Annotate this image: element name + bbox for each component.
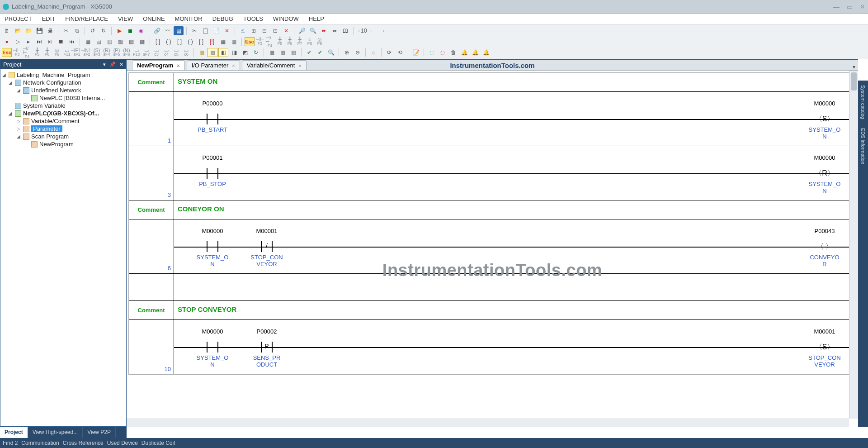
menu-edit[interactable]: EDIT bbox=[42, 15, 56, 22]
side-tab-eds[interactable]: EDS information bbox=[860, 128, 866, 164]
step7-icon[interactable]: ⏮ bbox=[67, 37, 77, 46]
contact[interactable]: M00000SYSTEM_O N bbox=[188, 343, 237, 352]
ring2-icon[interactable]: ◌ bbox=[438, 48, 448, 57]
delete-icon[interactable]: ✕ bbox=[222, 26, 232, 35]
sf5-key[interactable]: (P)sF5 bbox=[112, 47, 121, 58]
contact[interactable]: P00002PSENS_PR ODUCT bbox=[242, 343, 292, 352]
note-icon[interactable]: 📝 bbox=[411, 48, 421, 57]
step2-icon[interactable]: ▷ bbox=[13, 37, 23, 46]
copy-icon[interactable]: ⧉ bbox=[72, 26, 82, 35]
xref-icon[interactable]: ⇔ bbox=[330, 26, 340, 35]
ok2-icon[interactable]: ✔ bbox=[315, 48, 325, 57]
tab-close-icon[interactable]: × bbox=[232, 63, 235, 68]
grid5-icon[interactable]: ◩ bbox=[240, 48, 250, 57]
f6-key[interactable]: ╋F6 bbox=[285, 36, 294, 47]
tree-root[interactable]: ◢Labeling_Machine_Program bbox=[1, 71, 125, 79]
win3-icon[interactable]: ▥ bbox=[104, 37, 114, 46]
mag-icon[interactable]: 🔍 bbox=[326, 48, 336, 57]
brk6-icon[interactable]: [!] bbox=[207, 37, 217, 46]
contact[interactable]: P00000PB_START bbox=[188, 114, 237, 124]
clip2-icon[interactable]: 📄 bbox=[211, 26, 221, 35]
panel-tab-p2p[interactable]: View P2P bbox=[83, 427, 116, 438]
ring3-icon[interactable]: 🗑 bbox=[448, 48, 458, 57]
menu-find[interactable]: FIND/REPLACE bbox=[65, 15, 108, 22]
zoomout-icon[interactable]: ⊖ bbox=[353, 48, 363, 57]
win5-icon[interactable]: ▨ bbox=[126, 37, 136, 46]
find2-icon[interactable]: 🔍 bbox=[308, 26, 318, 35]
cut2-icon[interactable]: ✂ bbox=[189, 26, 199, 35]
bell3-icon[interactable]: 🔔 bbox=[481, 48, 491, 57]
tree-undefnet[interactable]: ◢Undefined Network bbox=[1, 86, 125, 94]
wand-icon[interactable]: ☼ bbox=[368, 48, 378, 57]
sf6-key[interactable]: (N)sF6 bbox=[122, 47, 131, 58]
coil[interactable]: M00001〈S〉STOP_CON VEYOR bbox=[800, 343, 849, 352]
brk2-icon[interactable]: ( ) bbox=[164, 37, 174, 46]
find3-icon[interactable]: 🕮 bbox=[340, 26, 350, 35]
run-icon[interactable]: ▶ bbox=[114, 26, 124, 35]
maximize-button[interactable]: ▭ bbox=[847, 3, 853, 10]
side-tab-catalog[interactable]: System catalog bbox=[860, 85, 866, 119]
status-dup[interactable]: Duplicate Coil bbox=[142, 440, 175, 446]
find-icon[interactable]: 🔎 bbox=[297, 26, 307, 35]
branch-icon[interactable]: ⎌ bbox=[238, 26, 248, 35]
table3-icon[interactable]: ▦ bbox=[288, 48, 298, 57]
ok-icon[interactable]: ✔ bbox=[304, 48, 314, 57]
tree-param[interactable]: ▷Parameter bbox=[1, 125, 125, 133]
step3-icon[interactable]: ▸ bbox=[24, 37, 33, 46]
menu-debug[interactable]: DEBUG bbox=[212, 15, 233, 22]
ladder-row[interactable] bbox=[129, 274, 854, 301]
tree-netcfg[interactable]: ◢Network Configuration bbox=[1, 79, 125, 86]
tree-prog[interactable]: NewProgram bbox=[1, 140, 125, 148]
sf1-key[interactable]: ⊣P⊢sF1 bbox=[72, 47, 81, 58]
ladder-row[interactable]: 3P00001PB_STOPM00000〈R〉SYSTEM_O N bbox=[129, 146, 854, 200]
tree-plc[interactable]: ◢NewPLC(XGB-XBCXS)-Of... bbox=[1, 110, 125, 117]
cut-icon[interactable]: ✂ bbox=[61, 26, 71, 35]
menu-monitor[interactable]: MONITOR bbox=[175, 15, 203, 22]
sf4-key[interactable]: (R)sF4 bbox=[102, 47, 111, 58]
minimize-button[interactable]: — bbox=[833, 3, 840, 10]
win4-icon[interactable]: ▧ bbox=[115, 37, 125, 46]
f9b-key[interactable]: ◎F9 bbox=[52, 47, 61, 58]
contact[interactable]: M00000SYSTEM_O N bbox=[188, 242, 237, 251]
step6-icon[interactable]: ⏹ bbox=[56, 37, 66, 46]
contact[interactable]: M00001/STOP_CON VEYOR bbox=[242, 242, 292, 251]
new-icon[interactable]: 🗎 bbox=[2, 26, 12, 35]
tab-dropdown-icon[interactable]: ▾ bbox=[853, 64, 855, 70]
ladder-row[interactable]: 1P00000PB_STARTM00000〈S〉SYSTEM_O N bbox=[129, 92, 854, 146]
f3b-key[interactable]: ⊣⊢F3 bbox=[13, 47, 22, 58]
refresh-icon[interactable]: ↻ bbox=[251, 48, 261, 57]
contact[interactable]: P00001PB_STOP bbox=[188, 169, 237, 178]
clip-icon[interactable]: 📋 bbox=[200, 26, 210, 35]
brk5-icon[interactable]: [ ] bbox=[196, 37, 206, 46]
net3-icon[interactable]: ⊡ bbox=[270, 26, 280, 35]
brk8-icon[interactable]: ▥ bbox=[229, 37, 239, 46]
sf2-key[interactable]: ⊣N⊢sF2 bbox=[82, 47, 91, 58]
status-find[interactable]: Find 2 bbox=[3, 440, 18, 446]
grid1-icon[interactable]: ▦ bbox=[197, 48, 207, 57]
status-used[interactable]: Used Device bbox=[107, 440, 138, 446]
zoomin-icon[interactable]: ⊕ bbox=[342, 48, 352, 57]
undo-icon[interactable]: ↺ bbox=[88, 26, 98, 35]
back-icon[interactable]: ← bbox=[367, 26, 377, 35]
c5-key[interactable]: ▭c5 bbox=[172, 47, 181, 58]
f7-key[interactable]: ╋F7 bbox=[295, 36, 304, 47]
brk4-icon[interactable]: ( ) bbox=[185, 37, 195, 46]
redo-icon[interactable]: ↻ bbox=[99, 26, 108, 35]
tab-close-icon[interactable]: × bbox=[298, 63, 301, 68]
connect-icon[interactable]: 🔗 bbox=[152, 26, 162, 35]
horizontal-scrollbar[interactable] bbox=[127, 419, 849, 427]
f5b-key[interactable]: ╋F5 bbox=[33, 47, 42, 58]
tree-varcom[interactable]: ▷Variable/Comment bbox=[1, 117, 125, 125]
status-comm[interactable]: Communication bbox=[21, 440, 59, 446]
f5-key[interactable]: ╋F5 bbox=[275, 36, 284, 47]
ladder-scroll-area[interactable]: CommentSYSTEM ON1P00000PB_STARTM00000〈S〉… bbox=[127, 71, 858, 427]
ring1-icon[interactable]: ◌ bbox=[427, 48, 437, 57]
step5-icon[interactable]: ⏯ bbox=[45, 37, 55, 46]
panel-close-icon[interactable]: ✕ bbox=[119, 62, 123, 67]
fwd-icon[interactable]: → bbox=[378, 26, 388, 35]
step4-icon[interactable]: ⏭ bbox=[34, 37, 44, 46]
step-icon[interactable]: →10 bbox=[356, 26, 366, 35]
sf3-key[interactable]: (S)sF3 bbox=[92, 47, 101, 58]
ladder-row[interactable]: 6M00000SYSTEM_O NM00001/STOP_CON VEYORP0… bbox=[129, 219, 854, 274]
panel-tab-highspeed[interactable]: View High-speed... bbox=[28, 427, 83, 438]
